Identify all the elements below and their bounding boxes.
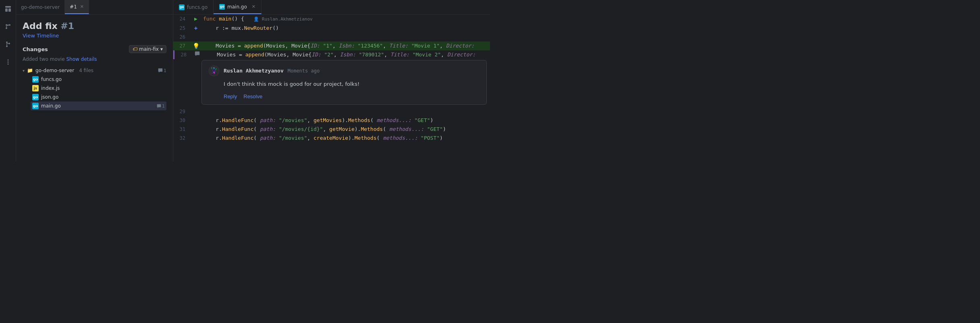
tip-icon: 💡 [193,41,199,50]
file-name: main.go [41,103,61,109]
tab-filename: funcs.go [187,4,208,10]
file-item-json[interactable]: go json.go [31,93,166,101]
repo-files-count: 4 files [79,68,93,73]
line-number: 31 [173,125,190,134]
editor-tab-funcs[interactable]: go funcs.go [173,0,214,14]
tab-label: go-demo-server [21,4,60,10]
run-icon[interactable]: ▶ [194,14,197,23]
tab-filename: main.go [227,4,247,10]
file-item-index[interactable]: js index.js [31,84,166,93]
go-file-icon: go [32,103,39,109]
line-actions: + [190,24,201,33]
line-number: 28 [174,50,191,59]
file-name: index.js [41,85,60,91]
editor-tab-bar: go funcs.go go main.go ✕ [173,0,490,14]
code-line-29: 29 [173,107,490,116]
line-content: Movies = append(Movies, Movie{ID: "2", I… [203,50,490,59]
left-tab-bar: go-demo-server #1 ✕ [16,0,173,14]
code-line-30: 30 r.HandleFunc( path: "/movies", getMov… [173,116,490,125]
file-item-funcs[interactable]: go funcs.go [31,75,166,84]
line-number: 25 [173,24,190,33]
line-actions: ▶ [190,14,201,23]
branch-name: main-fix [139,46,159,52]
chevron-down-icon: ▾ [160,46,163,52]
line-content: r := mux.NewRouter() [201,24,490,33]
repo-name: go-demo-server [35,68,74,73]
svg-point-4 [9,24,10,26]
svg-rect-0 [5,6,11,8]
code-area: 24 ▶ func main() { 👤 Ruslan.Akhmetzianov… [173,14,490,143]
file-tree: ▾ 📁 go-demo-server 4 files 1 go funcs.go [23,67,166,110]
line-number: 30 [173,116,190,125]
changes-label: Changes [23,46,48,52]
comment-time: Moments ago [288,66,320,75]
line-content: r.HandleFunc( path: "/movies", getMovies… [201,116,490,125]
file-item-main[interactable]: go main.go 1 [31,101,166,110]
comment-body: I don't think this mock is good for our … [208,80,480,89]
tab-label: #1 [70,4,77,10]
comment-header: 🦹 Ruslan Akhmetzyanov Moments ago [208,65,480,77]
tab-pr-1[interactable]: #1 ✕ [65,0,89,14]
folder-icon: 📁 [27,68,33,73]
file-list: go funcs.go js index.js go json.go go ma… [31,75,166,110]
go-icon: go [179,4,185,10]
pr-title: Add fix #1 [23,21,166,31]
editor-panel: go funcs.go go main.go ✕ 24 ▶ func main(… [173,0,490,162]
comment-author: Ruslan Akhmetzyanov [224,66,284,75]
line-number: 32 [173,134,190,143]
branch-badge[interactable]: 🏷 main-fix ▾ [129,45,166,53]
layout-icon[interactable] [2,3,14,14]
editor-tab-main[interactable]: go main.go ✕ [214,0,262,14]
comment-thread: 🦹 Ruslan Akhmetzyanov Moments ago I don'… [201,60,487,105]
code-line-26: 26 [173,33,490,41]
code-line-25: 25 + r := mux.NewRouter() [173,24,490,33]
tab-go-demo-server[interactable]: go-demo-server [16,0,65,14]
comment-line-icon[interactable] [195,50,200,59]
changes-header: Changes 🏷 main-fix ▾ [23,45,166,53]
js-file-icon: js [32,85,39,91]
add-line-icon[interactable]: + [194,24,197,33]
show-details-link[interactable]: Show details [66,56,97,62]
line-content: Movies = append(Movies, Movie{ID: "1", I… [201,41,490,50]
code-line-24: 24 ▶ func main() { 👤 Ruslan.Akhmetzianov [173,14,490,24]
git-icon[interactable] [2,21,14,32]
resolve-button[interactable]: Resolve [243,93,262,99]
repo-comment-badge: 1 [158,68,166,73]
file-name: json.go [41,94,58,100]
line-actions [191,50,203,59]
avatar-emoji: 🦹 [210,66,218,75]
left-panel: go-demo-server #1 ✕ Add fix #1 View Time… [16,0,173,162]
line-content: func main() { 👤 Ruslan.Akhmetzianov [201,14,490,24]
line-number: 24 [173,14,190,23]
svg-point-3 [6,24,7,26]
repo-row[interactable]: ▾ 📁 go-demo-server 4 files 1 [23,67,166,74]
more-icon[interactable] [2,56,14,68]
line-number: 26 [173,33,190,41]
close-tab-icon[interactable]: ✕ [252,4,255,9]
pr-content: Add fix #1 View Timeline Changes 🏷 main-… [16,14,173,162]
added-info: Added two movie Show details [23,56,166,62]
line-actions: 💡 [190,41,201,50]
go-icon: go [219,4,225,10]
svg-point-15 [7,64,8,65]
code-line-32: 32 r.HandleFunc( path: "/movies", create… [173,134,490,143]
code-line-31: 31 r.HandleFunc( path: "/movies/{id}", g… [173,125,490,134]
svg-point-13 [7,60,8,61]
svg-point-5 [6,27,7,29]
tag-icon: 🏷 [133,46,137,52]
go-file-icon: go [32,94,39,100]
avatar: 🦹 [208,65,220,77]
line-number: 29 [173,107,190,116]
svg-point-14 [7,62,8,63]
code-line-28: 28 Movies = append(Movies, Movie{ID: "2"… [173,50,490,59]
view-timeline-link[interactable]: View Timeline [23,33,59,39]
svg-rect-2 [8,8,11,12]
close-tab-icon[interactable]: ✕ [80,4,84,9]
svg-rect-1 [5,8,8,12]
line-content: r.HandleFunc( path: "/movies", createMov… [201,134,490,143]
svg-point-9 [6,41,8,43]
reply-button[interactable]: Reply [224,93,237,99]
branch-icon[interactable] [2,39,14,50]
editor-content: 24 ▶ func main() { 👤 Ruslan.Akhmetzianov… [173,14,490,162]
go-file-icon: go [32,76,39,83]
